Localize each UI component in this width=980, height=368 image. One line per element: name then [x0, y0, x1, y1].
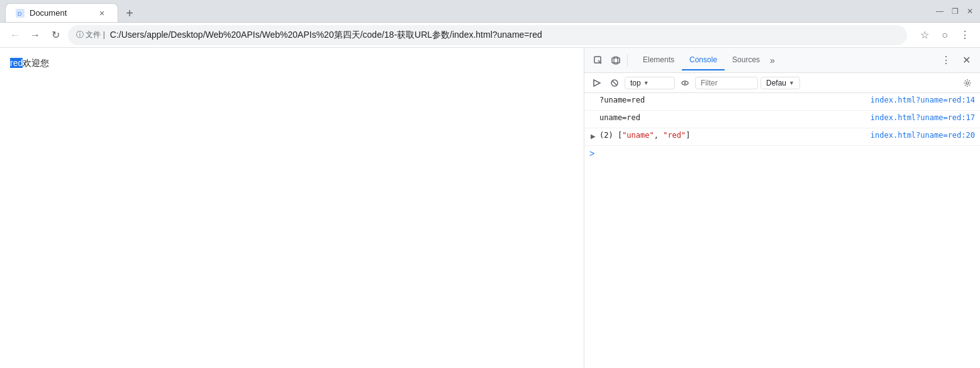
svg-text:D: D — [18, 11, 22, 17]
tab-console[interactable]: Console — [682, 50, 725, 70]
active-tab[interactable]: D Document × — [5, 3, 118, 22]
maximize-button[interactable]: ❐ — [950, 6, 960, 16]
url-bar[interactable]: ⓘ 文件 | C:/Users/apple/Desktop/Web%20APIs… — [68, 25, 907, 45]
array-string-2: "red" — [663, 131, 686, 140]
url-text: C:/Users/apple/Desktop/Web%20APIs/Web%20… — [110, 30, 899, 41]
block-icon-button[interactable] — [607, 75, 622, 91]
url-file-label: ⓘ 文件 | — [76, 30, 105, 40]
minimize-button[interactable]: — — [935, 6, 945, 16]
devtools-panel: Elements Console Sources » ⋮ ✕ — [584, 48, 980, 368]
window-controls: — ❐ ✕ — [935, 6, 975, 16]
more-tabs-button[interactable]: » — [770, 55, 775, 65]
greeting-highlight: red — [10, 58, 23, 68]
eye-button[interactable] — [677, 75, 693, 91]
svg-line-7 — [612, 81, 617, 86]
devtools-more-options-button[interactable]: ⋮ — [937, 52, 955, 69]
dropdown-arrow-icon: ▼ — [643, 80, 649, 86]
console-settings-button[interactable] — [960, 75, 975, 91]
default-levels-label: Defau — [766, 79, 786, 87]
log-source-link[interactable]: index.html?uname=red:17 — [871, 113, 975, 122]
log-entry: uname=red index.html?uname=red:17 — [584, 111, 980, 128]
tab-sources[interactable]: Sources — [725, 50, 767, 70]
address-right-icons: ☆ ○ ⋮ — [917, 28, 972, 43]
log-entry: ▶ (2) ["uname", "red"] index.html?uname=… — [584, 128, 980, 146]
devtools-close-button[interactable]: ✕ — [957, 52, 975, 69]
account-icon[interactable]: ○ — [937, 28, 952, 43]
devtools-right-icons: ⋮ ✕ — [937, 52, 975, 69]
devtools-tabs: Elements Console Sources » — [635, 50, 937, 70]
device-icon — [611, 55, 621, 65]
close-window-button[interactable]: ✕ — [965, 6, 975, 16]
top-label: top — [630, 79, 641, 87]
execute-icon — [593, 79, 601, 87]
toolbar-separator — [627, 54, 628, 67]
device-toolbar-button[interactable] — [607, 52, 625, 69]
block-icon — [610, 79, 619, 87]
tab-favicon-icon: D — [16, 9, 25, 18]
forward-button[interactable]: → — [28, 28, 43, 43]
main-area: red欢迎您 Elements Console Sour — [0, 48, 980, 368]
greeting: red欢迎您 — [10, 58, 574, 69]
expand-icon[interactable]: ▶ — [589, 132, 597, 140]
devtools-toolbar: Elements Console Sources » ⋮ ✕ — [584, 48, 980, 73]
console-prompt: > — [584, 146, 980, 161]
tab-area: D Document × + — [5, 0, 138, 22]
eye-icon — [681, 79, 689, 87]
inspect-element-button[interactable] — [589, 52, 607, 69]
array-string-1: "uname" — [622, 131, 654, 140]
back-button[interactable]: ← — [8, 28, 23, 43]
svg-marker-5 — [594, 80, 600, 86]
execute-button[interactable] — [589, 75, 604, 91]
gear-icon — [963, 79, 972, 87]
levels-dropdown-arrow-icon: ▼ — [789, 80, 794, 86]
filter-input[interactable] — [695, 77, 758, 89]
log-message: uname=red — [599, 113, 866, 122]
log-message: (2) ["uname", "red"] — [599, 131, 866, 140]
log-entry: ?uname=red index.html?uname=red:14 — [584, 93, 980, 111]
more-options-icon[interactable]: ⋮ — [957, 28, 972, 43]
default-levels-selector[interactable]: Defau ▼ — [760, 77, 800, 89]
address-bar: ← → ↻ ⓘ 文件 | C:/Users/apple/Desktop/Web%… — [0, 23, 980, 48]
log-source-link[interactable]: index.html?uname=red:14 — [871, 96, 975, 104]
inspect-icon — [593, 55, 603, 65]
prompt-arrow-icon: > — [589, 148, 594, 159]
svg-point-10 — [966, 82, 969, 84]
console-log: ?uname=red index.html?uname=red:14 uname… — [584, 93, 980, 368]
log-source-link[interactable]: index.html?uname=red:20 — [871, 131, 975, 140]
bookmark-icon[interactable]: ☆ — [917, 28, 932, 43]
top-frame-selector[interactable]: top ▼ — [625, 77, 675, 89]
greeting-text: 欢迎您 — [23, 58, 49, 68]
title-bar: D Document × + — ❐ ✕ — [0, 0, 980, 23]
tab-title: Document — [30, 8, 67, 18]
tab-elements[interactable]: Elements — [635, 50, 682, 70]
tab-close-button[interactable]: × — [96, 8, 108, 19]
svg-point-9 — [684, 82, 686, 84]
log-message: ?uname=red — [599, 96, 866, 104]
svg-rect-3 — [612, 58, 620, 63]
page-content: red欢迎您 — [0, 48, 584, 368]
console-toolbar: top ▼ Defau ▼ — [584, 73, 980, 93]
reload-button[interactable]: ↻ — [48, 28, 63, 43]
new-tab-button[interactable]: + — [121, 4, 138, 22]
